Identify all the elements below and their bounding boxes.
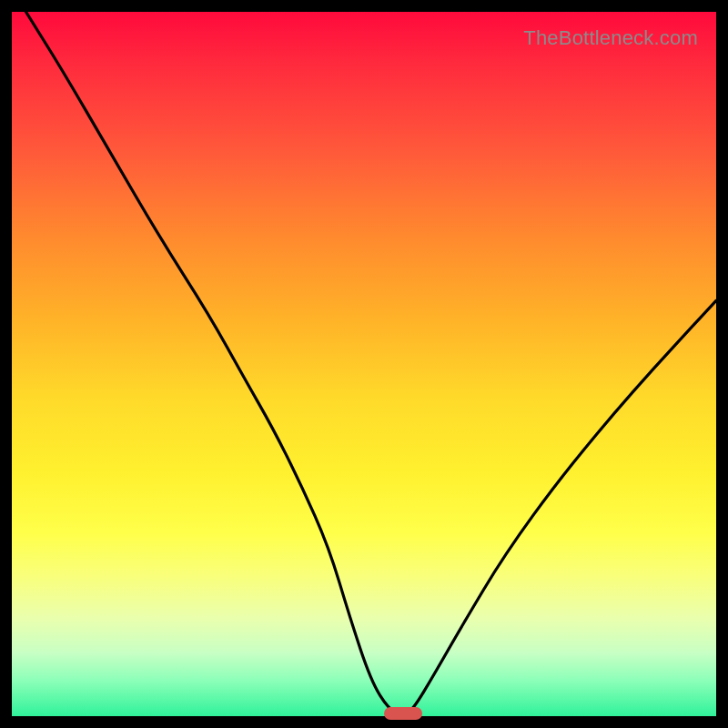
gradient-plot-area: TheBottleneck.com [12, 12, 716, 716]
curve-path [26, 12, 717, 714]
bottleneck-curve [12, 12, 716, 716]
attribution-watermark: TheBottleneck.com [523, 26, 698, 50]
minimum-marker-pill [384, 707, 422, 720]
chart-frame: TheBottleneck.com [0, 0, 728, 728]
